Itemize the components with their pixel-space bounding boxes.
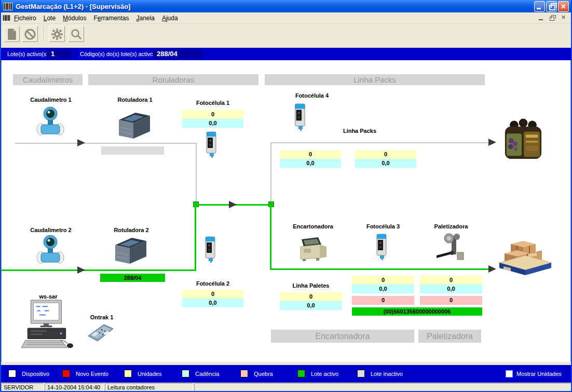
- paletizadora-robot-icon[interactable]: [434, 232, 466, 262]
- fotocelula1-unidades-box: 0: [182, 110, 243, 119]
- supervision-canvas: Caudalimetros Rotuladoras Linha Packs En…: [1, 60, 571, 362]
- pallet-load-icon[interactable]: [496, 237, 554, 278]
- show-units-checkbox[interactable]: [506, 370, 513, 377]
- ontrak1-io-module-icon[interactable]: [86, 322, 115, 343]
- legend-lote-activo-swatch: [297, 370, 305, 377]
- linha-packs1-unidades-box: 0: [280, 150, 341, 159]
- linha-paletes-flow-line: [270, 268, 488, 270]
- legend-bar: Dispositivo Novo Evento Unidades Cadênci…: [1, 363, 571, 383]
- paletizadora-quebra-box: 0: [420, 296, 482, 305]
- rotuladora1-label: Rotuladora 1: [101, 97, 169, 103]
- ontrak1-label: Ontrak 1: [68, 314, 135, 320]
- rotuladora2-active-lot-box: 288/04: [100, 274, 165, 282]
- search-icon: [71, 29, 82, 40]
- menu-bar: Ficheiro Lote Módulos Ferramentas Janela…: [1, 12, 571, 24]
- linha-packs-label: Linha Packs: [326, 128, 393, 134]
- cancel-icon: [24, 29, 36, 40]
- caudalimetro1-label: Caudalimetro 1: [17, 97, 85, 103]
- line2-riser-line: [195, 206, 196, 271]
- junction-flow-arrow: [229, 201, 237, 208]
- caudalimetro2-flowmeter-icon[interactable]: [34, 234, 66, 265]
- barcode-icon: [3, 3, 12, 10]
- legend-lote-inactivo-label: Lote inactivo: [371, 371, 403, 377]
- fotocelula2-cadencia-box: 0,0: [182, 299, 243, 307]
- ws-sar-workstation-icon[interactable]: [21, 299, 74, 352]
- linha-paletes-cadencia-box: 0,0: [280, 301, 342, 310]
- linha-packs1-cadencia-box: 0,0: [280, 159, 341, 168]
- rotuladora2-labeller-icon[interactable]: [113, 235, 148, 265]
- fotocelula3-cadencia-box: 0,0: [352, 285, 414, 293]
- linha-packs-riser-line: [270, 142, 271, 202]
- status-datetime: 14-10-2004 15:04:40: [45, 383, 104, 391]
- linha-paletes-label: Linha Paletes: [277, 282, 345, 289]
- legend-quebra-label: Quebra: [254, 371, 273, 377]
- close-button[interactable]: [558, 1, 569, 12]
- legend-unidades-swatch: [124, 370, 132, 377]
- show-units-label: Mostrar Unidades: [516, 371, 562, 377]
- paletizadora-cadencia-box: 0,0: [420, 285, 482, 293]
- legend-novo-evento-label: Novo Evento: [76, 371, 108, 377]
- fotocelula4-label: Fotocélula 4: [278, 92, 346, 99]
- status-bar: SERVIDOR 14-10-2004 15:04:40 Leitura con…: [1, 383, 571, 392]
- line1-drop-line: [196, 143, 197, 202]
- minimize-button[interactable]: [534, 1, 545, 12]
- legend-dispositivo-label: Dispositivo: [22, 371, 49, 377]
- rotuladora2-label: Rotuladora 2: [98, 227, 165, 233]
- mdi-restore-button[interactable]: [548, 14, 557, 22]
- encartonadora-label: Encartonadora: [279, 223, 347, 229]
- menu-janela[interactable]: Janela: [133, 13, 158, 23]
- legend-unidades-label: Unidades: [138, 371, 161, 377]
- status-activity: Leitura contadores: [105, 383, 193, 391]
- linha-packs2-unidades-box: 0: [355, 150, 416, 159]
- fotocelula4-photocell-icon[interactable]: [293, 103, 309, 131]
- app-window: GestMarcação (L1+2) - [Supervisão] Fiche…: [0, 0, 572, 392]
- mdi-close-button[interactable]: [559, 14, 568, 22]
- linha-packs-flow-arrow: [488, 139, 496, 146]
- search-button[interactable]: [68, 26, 84, 42]
- caudalimetro1-flowmeter-icon[interactable]: [34, 106, 66, 137]
- linha-packs-flow-line: [270, 142, 488, 143]
- active-lots-value: 1: [51, 50, 55, 58]
- toolbar-separator: [44, 27, 45, 42]
- mdi-minimize-button[interactable]: [537, 14, 546, 22]
- line1-flow-arrow: [77, 139, 85, 146]
- section-header-caudalimetros: Caudalimetros: [13, 74, 83, 85]
- new-document-button[interactable]: [4, 26, 20, 42]
- menu-modulos[interactable]: Módulos: [59, 13, 90, 23]
- paletizadora-unidades-box: 0: [420, 276, 482, 285]
- fotocelula2-unidades-box: 0: [182, 290, 243, 299]
- fotocelula2-photocell-icon[interactable]: [204, 236, 219, 263]
- menu-ficheiro[interactable]: Ficheiro: [10, 13, 40, 23]
- fotocelula1-label: Fotocélula 1: [179, 100, 247, 106]
- legend-dispositivo-swatch: [8, 370, 16, 377]
- active-codes-label: Código(s) do(s) lote(s) activo(s):: [80, 51, 161, 57]
- legend-lote-inactivo-swatch: [357, 370, 365, 377]
- gear-icon: [51, 29, 63, 40]
- menu-ferramentas[interactable]: Ferramentas: [90, 13, 132, 23]
- mdi-child-barcode-icon: [3, 15, 10, 21]
- section-header-paletizadora: Paletizadora: [418, 330, 481, 343]
- active-lots-bar: Lote(s) activo(s): 1 Código(s) do(s) lot…: [1, 48, 571, 60]
- encartonadora-machine-icon[interactable]: [297, 234, 330, 263]
- cancel-button[interactable]: [22, 26, 38, 42]
- six-pack-product-icon[interactable]: [503, 118, 543, 162]
- fotocelula3-label: Fotocélula 3: [349, 223, 417, 229]
- legend-lote-activo-label: Lote activo: [311, 371, 338, 377]
- rotuladora1-labeller-icon[interactable]: [117, 110, 152, 140]
- active-codes-value: 288/04: [157, 50, 178, 58]
- legend-novo-evento-swatch: [62, 370, 70, 377]
- paletes-drop-line: [270, 206, 271, 270]
- menu-lote[interactable]: Lote: [40, 13, 59, 23]
- toolbar: [1, 24, 571, 48]
- restore-button[interactable]: [546, 1, 557, 12]
- line1-flow-line: [15, 143, 197, 144]
- settings-button[interactable]: [49, 26, 65, 42]
- line2-flow-arrow: [77, 266, 85, 274]
- fotocelula2-label: Fotocélula 2: [179, 280, 247, 287]
- fotocelula3-photocell-icon[interactable]: [375, 233, 390, 261]
- menu-ajuda[interactable]: Ajuda: [158, 13, 182, 23]
- active-lots-label: Lote(s) activo(s):: [7, 51, 50, 57]
- fotocelula1-photocell-icon[interactable]: [205, 131, 220, 158]
- linha-paletes-unidades-box: 0: [280, 292, 342, 301]
- legend-quebra-swatch: [240, 370, 248, 377]
